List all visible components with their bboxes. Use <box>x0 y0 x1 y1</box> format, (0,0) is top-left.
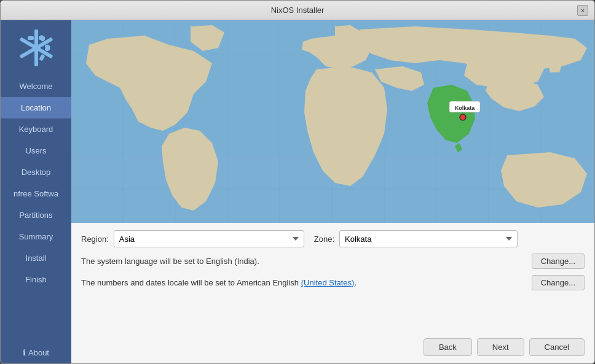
back-button[interactable]: Back <box>424 338 472 356</box>
controls-area: Region: Asia Zone: Kolkata The system <box>71 223 594 333</box>
sidebar: Welcome Location Keyboard Users Desktop … <box>1 20 71 363</box>
sidebar-item-nonfree[interactable]: nfree Softwa <box>1 183 71 204</box>
change-language-button[interactable]: Change... <box>532 254 585 269</box>
map-container[interactable]: Kolkata <box>71 20 594 223</box>
locale-link[interactable]: (United States) <box>301 278 355 287</box>
title-bar: NixOS Installer × <box>1 1 594 20</box>
region-zone-row: Region: Asia Zone: Kolkata <box>81 230 585 247</box>
sidebar-nav: Welcome Location Keyboard Users Desktop … <box>1 76 71 290</box>
sidebar-item-welcome[interactable]: Welcome <box>1 76 71 97</box>
svg-rect-8 <box>39 54 45 61</box>
next-button[interactable]: Next <box>477 338 524 356</box>
sidebar-item-finish[interactable]: Finish <box>1 269 71 290</box>
zone-select[interactable]: Kolkata <box>339 230 518 247</box>
nixos-logo <box>15 26 58 69</box>
sidebar-item-keyboard[interactable]: Keyboard <box>1 118 71 140</box>
locale-info-row: The numbers and dates locale will be set… <box>81 275 585 290</box>
sidebar-item-summary[interactable]: Summary <box>1 226 71 247</box>
region-select[interactable]: Asia <box>114 230 304 247</box>
locale-info-text: The numbers and dates locale will be set… <box>81 278 357 287</box>
sidebar-item-about[interactable]: ℹ About <box>1 342 71 363</box>
bottom-buttons: Back Next Cancel <box>71 333 594 363</box>
sidebar-item-location[interactable]: Location <box>1 97 71 118</box>
language-info-row: The system language will be set to Engli… <box>81 254 585 269</box>
svg-rect-3 <box>28 36 34 40</box>
main-window: NixOS Installer × <box>0 0 595 364</box>
sidebar-item-partitions[interactable]: Partitions <box>1 204 71 226</box>
language-info-text: The system language will be set to Engli… <box>81 257 259 266</box>
sidebar-item-desktop[interactable]: Desktop <box>1 161 71 183</box>
info-icon: ℹ <box>23 348 26 357</box>
svg-point-26 <box>460 114 466 120</box>
region-label: Region: <box>81 234 109 244</box>
change-locale-button[interactable]: Change... <box>532 275 585 290</box>
close-button[interactable]: × <box>577 5 588 16</box>
right-panel: Kolkata Region: Asia Zone: <box>71 20 594 363</box>
sidebar-item-install[interactable]: Install <box>1 247 71 269</box>
main-content: Welcome Location Keyboard Users Desktop … <box>1 20 594 363</box>
svg-text:Kolkata: Kolkata <box>455 105 476 111</box>
sidebar-item-users[interactable]: Users <box>1 140 71 161</box>
zone-label: Zone: <box>314 234 334 244</box>
zone-group: Zone: Kolkata <box>314 230 518 247</box>
window-title: NixOS Installer <box>271 6 325 15</box>
region-group: Region: Asia <box>81 230 304 247</box>
cancel-button[interactable]: Cancel <box>529 338 585 356</box>
